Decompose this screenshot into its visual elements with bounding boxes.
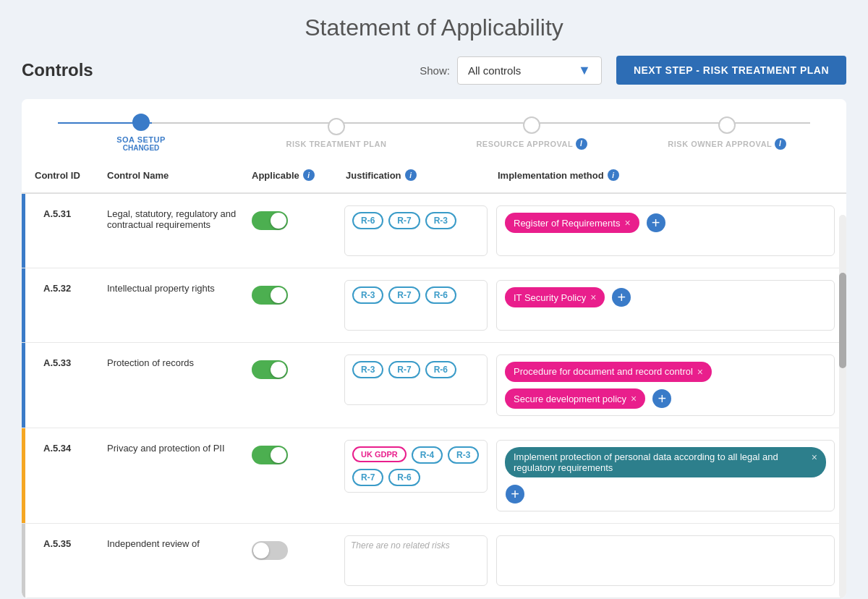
control-id-cell: A.5.31 [29, 201, 101, 225]
progress-section: SOA SETUP CHANGED RISK TREATMENT PLAN RE… [22, 99, 846, 152]
toggle-knob [271, 213, 286, 229]
tag-r3[interactable]: R-3 [352, 361, 383, 378]
step-dot-resource [523, 116, 540, 134]
control-id-cell: A.5.32 [29, 276, 101, 300]
justification-tags: UK GDPR R-4 R-3 R-7 R-6 [344, 440, 488, 493]
toggle-applicable[interactable] [252, 286, 288, 305]
tag-r6[interactable]: R-6 [388, 469, 420, 486]
control-id-cell: A.5.33 [29, 350, 101, 374]
justification-tags: R-3 R-7 R-6 [344, 280, 488, 331]
add-implementation-button[interactable]: + [652, 389, 671, 408]
controls-header: Controls Show: All controls ▼ NEXT STEP … [22, 56, 846, 85]
toggle-applicable[interactable] [252, 360, 288, 379]
step-resource-approval[interactable]: RESOURCE APPROVAL i [434, 116, 629, 150]
add-implementation-button[interactable]: + [612, 288, 631, 307]
justification-cell: There are no related risks [340, 531, 492, 590]
close-icon[interactable]: × [590, 292, 596, 303]
close-icon[interactable]: × [697, 366, 703, 378]
close-icon[interactable]: × [631, 393, 637, 404]
implementation-cell: IT Security Policy × + [492, 276, 839, 335]
th-applicable: Applicable i [246, 165, 340, 185]
tag-r6[interactable]: R-6 [425, 286, 456, 304]
tag-r3[interactable]: R-3 [352, 286, 383, 304]
step-dot-owner [718, 116, 736, 134]
step-label-soa: SOA SETUP [116, 135, 166, 144]
tag-r3[interactable]: R-3 [425, 212, 456, 229]
justification-tags: R-3 R-7 R-6 [344, 354, 488, 405]
tag-r7[interactable]: R-7 [352, 469, 383, 486]
table-section: Control ID Control Name Applicable i Jus… [22, 158, 846, 598]
control-id-cell: A.5.35 [29, 531, 101, 555]
scrollbar-track[interactable] [839, 215, 846, 598]
next-step-button[interactable]: NEXT STEP - RISK TREATMENT PLAN [616, 56, 846, 85]
main-content: SOA SETUP CHANGED RISK TREATMENT PLAN RE… [22, 99, 846, 598]
applicable-cell [246, 350, 340, 385]
tag-r3[interactable]: R-3 [448, 446, 479, 464]
impl-tag-secure[interactable]: Secure development policy × [505, 388, 645, 409]
step-risk-owner-approval[interactable]: RISK OWNER APPROVAL i [629, 116, 825, 150]
show-select-dropdown[interactable]: All controls ▼ [457, 56, 602, 85]
toggle-knob [271, 447, 286, 463]
th-implementation: Implementation method i [492, 165, 839, 185]
toggle-knob [253, 543, 269, 558]
tag-r7[interactable]: R-7 [388, 212, 420, 229]
owner-info-icon[interactable]: i [775, 138, 786, 150]
scrollbar-thumb[interactable] [839, 273, 846, 369]
step-dot-soa [132, 114, 150, 131]
impl-tag-personal-data[interactable]: Implement protection of personal data ac… [505, 447, 826, 477]
th-justification: Justification i [340, 165, 492, 185]
step-dot-risk [328, 118, 345, 135]
step-label-owner: RISK OWNER APPROVAL i [668, 138, 786, 150]
toggle-applicable[interactable] [252, 211, 288, 230]
table-row: A.5.35 Independent review of There are n… [22, 524, 846, 598]
add-implementation-button[interactable]: + [506, 485, 524, 504]
table-body: A.5.31 Legal, statutory, regulatory and … [22, 194, 846, 598]
control-id-cell: A.5.34 [29, 436, 101, 459]
tag-r7[interactable]: R-7 [388, 361, 420, 378]
progress-track: SOA SETUP CHANGED RISK TREATMENT PLAN RE… [43, 114, 825, 152]
justification-cell: R-6 R-7 R-3 [340, 201, 492, 260]
tag-r7[interactable]: R-7 [388, 286, 420, 304]
page-title: Statement of Applicability [22, 14, 846, 41]
justification-tags: R-6 R-7 R-3 [344, 205, 488, 256]
add-implementation-button[interactable]: + [647, 213, 665, 232]
justification-info-icon[interactable]: i [405, 169, 417, 181]
implementation-tags: Procedure for document and record contro… [496, 354, 835, 416]
applicable-cell [246, 276, 340, 310]
step-risk-treatment[interactable]: RISK TREATMENT PLAN [239, 118, 434, 148]
implementation-info-icon[interactable]: i [608, 169, 619, 181]
impl-tag-it-security[interactable]: IT Security Policy × [505, 287, 605, 307]
implementation-tags [496, 535, 835, 586]
row-indicator-blue [22, 194, 25, 268]
impl-tag-procedure[interactable]: Procedure for document and record contro… [505, 362, 712, 382]
step-label-risk: RISK TREATMENT PLAN [286, 140, 387, 148]
table-row: A.5.34 Privacy and protection of PII UK … [22, 428, 846, 524]
th-control-name: Control Name [101, 165, 246, 185]
tag-uk-gdpr[interactable]: UK GDPR [352, 446, 407, 462]
impl-tag-register[interactable]: Register of Requirements × [505, 213, 639, 233]
implementation-tags: Implement protection of personal data ac… [496, 440, 835, 511]
toggle-applicable[interactable] [252, 541, 288, 560]
resource-info-icon[interactable]: i [576, 138, 587, 150]
step-label-resource: RESOURCE APPROVAL i [476, 138, 587, 150]
tag-r6[interactable]: R-6 [352, 212, 383, 229]
controls-label: Controls [22, 60, 93, 80]
row-indicator-blue [22, 343, 25, 428]
justification-cell: UK GDPR R-4 R-3 R-7 R-6 [340, 436, 492, 497]
tag-r4[interactable]: R-4 [412, 446, 443, 464]
row-indicator-blue [22, 268, 25, 342]
control-name-cell: Protection of records [101, 350, 246, 374]
tag-r6[interactable]: R-6 [425, 361, 456, 378]
close-icon[interactable]: × [812, 451, 817, 463]
table-row: A.5.31 Legal, statutory, regulatory and … [22, 194, 846, 268]
toggle-applicable[interactable] [252, 446, 288, 464]
step-sublabel-soa: CHANGED [123, 144, 160, 152]
applicable-info-icon[interactable]: i [303, 169, 315, 181]
table-row: A.5.32 Intellectual property rights R-3 … [22, 268, 846, 343]
row-indicator-gray [22, 524, 25, 598]
close-icon[interactable]: × [624, 217, 630, 229]
page-wrapper: Statement of Applicability Controls Show… [0, 0, 868, 599]
control-name-cell: Legal, statutory, regulatory and contrac… [101, 201, 246, 236]
applicable-cell [246, 201, 340, 236]
step-soa-setup[interactable]: SOA SETUP CHANGED [43, 114, 239, 152]
